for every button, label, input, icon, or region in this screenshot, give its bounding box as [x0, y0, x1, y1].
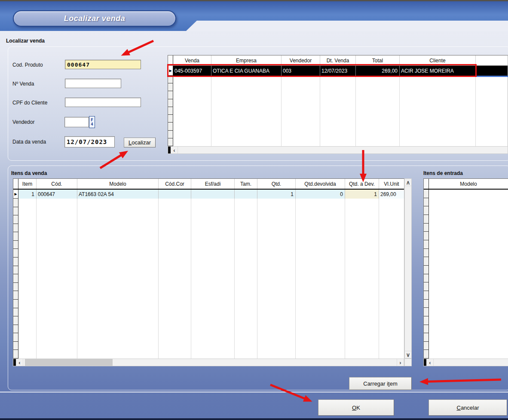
entry-grid: Modelo [423, 178, 508, 359]
f4-lookup-icon[interactable]: F 4 [89, 116, 95, 128]
items-col-qtd: Qtd. [257, 179, 296, 189]
sale-filler-cell [476, 66, 508, 76]
indicator-cell [13, 224, 18, 233]
sales-col-total: Total [356, 55, 400, 65]
items-grid-vscrollbar[interactable]: ∧ ∨ [404, 178, 412, 359]
item-row[interactable]: 1 000647 AT1663 02A 54 1 0 1 269,00 [18, 190, 404, 199]
indicator-cell [424, 282, 428, 291]
search-group-label: Localizar venda [6, 38, 45, 44]
entry-grid-corner-cell [424, 179, 429, 189]
indicator-cell [13, 283, 18, 291]
indicator-cell [13, 241, 18, 249]
items-col-qtd-a-dev: Qtd. a Dev. [345, 179, 379, 189]
indicator-cell [168, 115, 173, 123]
title-bar-notch [186, 21, 508, 31]
items-col-cod-cor: Cód.Cor [159, 179, 191, 189]
selected-sale-row[interactable]: 045-003597 OTICA E CIA GUANABA 003 12/07… [173, 66, 508, 76]
n-venda-input[interactable] [65, 79, 121, 88]
indicator-cell [168, 83, 173, 91]
cod-produto-input[interactable] [65, 60, 141, 69]
entry-grid-indicator-column [424, 190, 429, 359]
items-scroll-down-icon[interactable]: ∨ [405, 351, 411, 358]
vendedor-label: Vendedor [12, 119, 34, 125]
title-pill: Localizar venda [13, 10, 176, 27]
indicator-cell [424, 291, 428, 300]
cod-produto-label: Cod. Produto [12, 62, 43, 68]
indicator-cell [424, 274, 428, 283]
items-vscroll-track[interactable] [405, 186, 411, 351]
sales-col-filler [476, 55, 508, 65]
indicator-cell [168, 91, 173, 99]
indicator-cell [13, 207, 18, 216]
sales-hscroll-track[interactable] [178, 147, 508, 153]
cpf-cliente-input[interactable] [65, 98, 141, 107]
items-scroll-corner [404, 359, 412, 366]
items-grid-header: Item Cód. Modelo Cód.Cor Esf/adi Tam. Qt… [13, 179, 404, 190]
localizar-button[interactable]: Localizar [124, 138, 156, 147]
item-vl-unit-cell: 269,00 [379, 190, 404, 199]
entry-scroll-left-icon[interactable]: ‹ [426, 359, 434, 366]
indicator-cell [424, 224, 428, 232]
indicator-cell [424, 316, 428, 325]
items-scroll-right-icon[interactable]: › [397, 359, 404, 366]
indicator-cell [168, 123, 173, 130]
indicator-cell [13, 249, 18, 258]
sale-cliente-cell: ACIR JOSE MOREIRA [400, 66, 476, 76]
indicator-cell [168, 131, 173, 138]
item-qtd-cell: 1 [257, 190, 296, 199]
selected-row-pointer: ▶ [168, 66, 173, 76]
carregar-item-button[interactable]: Carregar item [349, 377, 412, 390]
indicator-cell [13, 215, 18, 224]
items-col-qtd-devolvida: Qtd.devolvida [296, 179, 345, 189]
items-col-modelo: Modelo [77, 179, 159, 189]
selected-item-pointer: ▶ [13, 190, 18, 199]
entry-grid-header: Modelo [424, 179, 508, 190]
item-cod-cor-cell [159, 190, 191, 199]
indicator-cell [424, 232, 428, 240]
entry-hscroll-track[interactable] [434, 359, 508, 366]
indicator-cell [424, 215, 428, 224]
items-grid-hscrollbar[interactable]: ‹ › [13, 359, 404, 366]
ok-button[interactable]: OK [318, 399, 394, 416]
indicator-cell [13, 342, 18, 350]
indicator-cell [13, 258, 18, 266]
indicator-cell [424, 333, 428, 342]
indicator-cell [13, 350, 18, 359]
entry-indicator-cells [424, 190, 428, 359]
items-col-cod: Cód. [37, 179, 77, 189]
item-esf-adi-cell [191, 190, 235, 199]
page-title: Localizar venda [64, 14, 125, 23]
indicator-cell [13, 325, 18, 334]
item-qtd-devolvida-cell: 0 [296, 190, 345, 199]
indicator-cell [424, 350, 428, 359]
item-item-cell: 1 [18, 190, 37, 199]
indicator-cell [168, 99, 173, 107]
sales-indicator-cells [168, 76, 173, 146]
localizar-venda-window: Localizar venda Localizar venda Cod. Pro… [0, 0, 508, 420]
items-hscroll-track[interactable] [23, 359, 397, 366]
indicator-cell [424, 257, 428, 266]
data-venda-input[interactable] [64, 136, 115, 147]
items-col-esf-adi: Esf/adi [191, 179, 235, 189]
sales-grid-indicator-column: ▶ [168, 66, 173, 146]
items-scroll-up-icon[interactable]: ∧ [405, 179, 411, 186]
items-indicator-cells [13, 199, 18, 359]
indicator-cell [13, 308, 18, 317]
sales-col-dt-venda: Dt. Venda [320, 55, 356, 65]
indicator-cell [13, 274, 18, 283]
cancelar-button[interactable]: Cancelar [428, 399, 507, 416]
sales-grid-header: Venda Empresa Vendedor Dt. Venda Total C… [168, 55, 508, 66]
entry-grid-hscrollbar[interactable]: ‹ [423, 359, 508, 366]
items-grid-indicator-column: ▶ [13, 190, 18, 359]
sales-scroll-left-icon[interactable]: ‹ [171, 147, 178, 153]
item-cod-cell: 000647 [37, 190, 77, 199]
indicator-cell [424, 266, 428, 274]
indicator-cell [424, 300, 428, 308]
indicator-cell [424, 249, 428, 258]
items-hscroll-thumb[interactable] [25, 359, 113, 366]
vendedor-input[interactable] [64, 117, 89, 127]
sales-grid-hscrollbar[interactable]: ‹ [168, 146, 508, 154]
sale-venda-cell: 045-003597 [173, 66, 211, 76]
sales-col-empresa: Empresa [211, 55, 282, 65]
items-scroll-left-icon[interactable]: ‹ [16, 359, 23, 366]
